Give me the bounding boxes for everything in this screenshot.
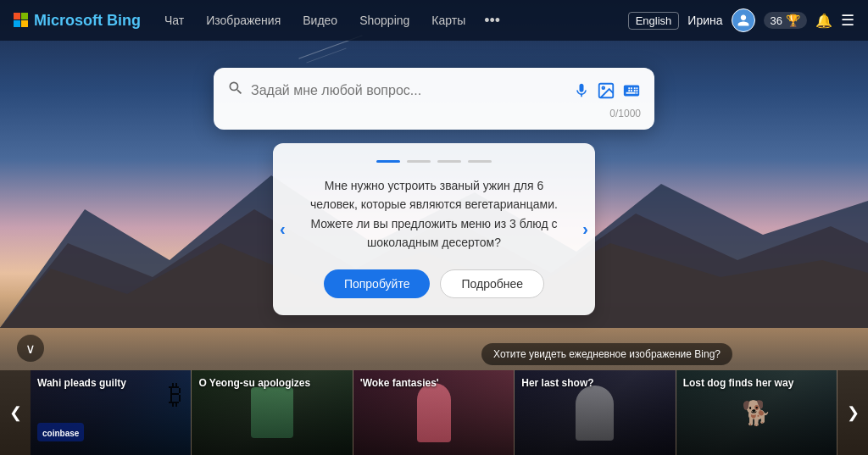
- card-dot-3: [437, 160, 461, 163]
- trophy-icon: 🏆: [786, 14, 800, 27]
- search-input-row: [227, 80, 641, 101]
- image-search-button[interactable]: [597, 81, 615, 100]
- card-buttons: Попробуйте Подробнее: [307, 269, 561, 298]
- card-dot-1: [376, 160, 400, 163]
- news-items: coinbase ₿ Wahi pleads guilty O Yeong-su…: [31, 370, 837, 455]
- hamburger-menu[interactable]: ☰: [841, 11, 854, 30]
- card-text: Мне нужно устроить званый ужин для 6 чел…: [307, 176, 561, 252]
- news-next-button[interactable]: ❯: [837, 370, 868, 455]
- search-area: 0/1000 ‹ Мне нужно устроить званый ужин …: [0, 68, 868, 315]
- score-number: 36: [771, 14, 782, 27]
- card-indicators: [307, 160, 561, 163]
- logo[interactable]: Microsoft Bing: [14, 12, 141, 30]
- search-input[interactable]: [251, 83, 566, 98]
- microsoft-logo: [14, 13, 29, 28]
- nav-chat[interactable]: Чат: [154, 8, 194, 32]
- news-item-5[interactable]: 🐕 Lost dog finds her way: [676, 370, 837, 455]
- brand-name: Microsoft Bing: [34, 12, 141, 30]
- nav-maps[interactable]: Карты: [421, 8, 476, 32]
- news-item-2-label: O Yeong-su apologizes: [198, 377, 310, 391]
- news-strip: ❮ coinbase ₿ Wahi pleads guilty O Yeong-…: [0, 370, 868, 455]
- card-dot-4: [468, 160, 492, 163]
- news-item-3-label: 'Woke fantasies': [360, 377, 439, 391]
- news-item-3[interactable]: 'Woke fantasies': [353, 370, 515, 455]
- news-prev-button[interactable]: ❮: [0, 370, 31, 455]
- user-name[interactable]: Ирина: [687, 14, 722, 27]
- try-button[interactable]: Попробуйте: [324, 269, 431, 298]
- nav-more[interactable]: •••: [477, 8, 507, 33]
- card-prev-button[interactable]: ‹: [280, 219, 286, 239]
- search-icon: [227, 80, 244, 101]
- more-button[interactable]: Подробнее: [440, 269, 544, 298]
- card-dot-2: [407, 160, 431, 163]
- news-item-4[interactable]: Her last show?: [515, 370, 676, 455]
- svg-point-4: [602, 86, 604, 89]
- score-badge[interactable]: 36 🏆: [764, 12, 807, 29]
- news-item-1[interactable]: coinbase ₿ Wahi pleads guilty: [31, 370, 192, 455]
- search-counter: 0/1000: [227, 108, 641, 119]
- bing-prompt-text: Хотите увидеть ежедневное изображение Bi…: [493, 348, 721, 360]
- nav-links: Чат Изображения Видео Shopping Карты •••: [154, 8, 625, 33]
- news-item-1-label: Wahi pleads guilty: [37, 377, 126, 391]
- news-item-2[interactable]: O Yeong-su apologizes: [192, 370, 353, 455]
- navbar-right: English Ирина 36 🏆 🔔 ☰: [628, 8, 854, 32]
- avatar[interactable]: [732, 8, 755, 32]
- navbar: Microsoft Bing Чат Изображения Видео Sho…: [0, 0, 868, 41]
- bing-image-prompt[interactable]: Хотите увидеть ежедневное изображение Bi…: [481, 343, 732, 365]
- microphone-button[interactable]: [573, 82, 590, 99]
- card-next-button[interactable]: ›: [582, 219, 588, 239]
- nav-video[interactable]: Видео: [292, 8, 348, 32]
- notification-bell[interactable]: 🔔: [815, 13, 832, 29]
- nav-shopping[interactable]: Shopping: [349, 8, 420, 32]
- keyboard-button[interactable]: [622, 81, 641, 100]
- suggestion-card: ‹ Мне нужно устроить званый ужин для 6 ч…: [273, 143, 595, 315]
- news-item-5-label: Lost dog finds her way: [683, 377, 794, 391]
- scroll-down-button[interactable]: ∨: [17, 335, 44, 362]
- nav-images[interactable]: Изображения: [196, 8, 291, 32]
- search-actions: [573, 81, 641, 100]
- user-icon: [737, 14, 750, 27]
- search-box: 0/1000: [214, 68, 654, 130]
- language-selector[interactable]: English: [628, 12, 680, 30]
- news-item-4-label: Her last show?: [521, 377, 593, 391]
